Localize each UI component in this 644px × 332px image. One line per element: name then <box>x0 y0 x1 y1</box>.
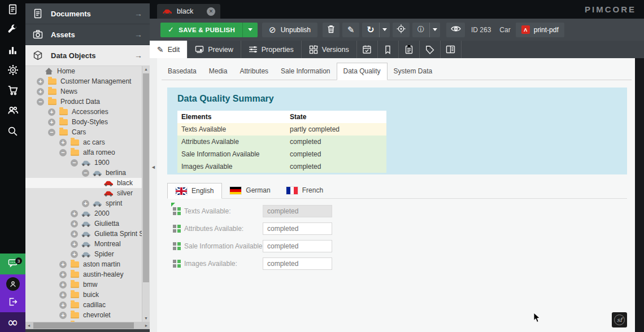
field-input[interactable]: completed <box>263 205 332 217</box>
tree-node[interactable]: aston martin <box>25 259 142 269</box>
notifications-button[interactable]: 3 <box>0 254 25 274</box>
scroll-left-arrow[interactable]: ◄ <box>25 324 32 327</box>
object-tab[interactable]: ✎ Versions <box>302 41 357 58</box>
data-subtab[interactable]: Media <box>203 63 234 80</box>
data-subtab[interactable]: Sale Information <box>275 63 336 80</box>
object-tab[interactable]: ✎ Properties <box>241 41 302 58</box>
tree-expander-icon[interactable] <box>71 210 78 217</box>
delete-button[interactable] <box>323 23 340 37</box>
info-dropdown-caret[interactable] <box>429 23 440 37</box>
object-icon-tab[interactable] <box>441 41 462 58</box>
tree-node[interactable]: buick <box>25 290 142 300</box>
tree-node[interactable]: austin-healey <box>25 269 142 279</box>
tree-node[interactable]: Gulietta Sprint Specia <box>25 229 142 239</box>
tree-expander-icon[interactable] <box>59 271 67 278</box>
tree-expander-icon[interactable] <box>37 78 44 85</box>
tree-node[interactable]: Customer Management <box>25 76 142 86</box>
ecommerce-rail-button[interactable] <box>0 81 25 102</box>
field-input[interactable]: completed <box>263 240 332 252</box>
reports-rail-button[interactable] <box>0 41 25 61</box>
tree-expander-icon[interactable] <box>48 108 55 116</box>
symfony-debug-badge[interactable]: sf <box>612 312 627 327</box>
tree-node[interactable]: 2000 <box>25 208 142 219</box>
tree-node[interactable]: cadillac <box>25 300 142 310</box>
unpublish-button[interactable]: ⊘ Unpublish <box>262 23 317 37</box>
tree-expander-icon[interactable] <box>48 129 55 136</box>
tree-node[interactable]: 1900 <box>25 158 142 168</box>
tree-node[interactable]: bmw <box>25 279 142 290</box>
scroll-right-arrow[interactable]: ► <box>143 324 150 327</box>
language-tab[interactable]: English <box>167 183 222 199</box>
accordion-section-header[interactable]: Data Objects → <box>25 45 150 66</box>
tools-rail-button[interactable] <box>0 20 25 41</box>
rename-button[interactable]: ✎ <box>342 23 359 37</box>
data-subtab[interactable]: Data Quality <box>337 63 388 80</box>
tree-node[interactable]: Spider <box>25 249 142 259</box>
tree-expander-icon[interactable] <box>59 261 67 268</box>
tree-node[interactable]: black <box>25 178 142 188</box>
object-icon-tab[interactable] <box>399 41 420 58</box>
tree-expander-icon[interactable] <box>59 149 67 156</box>
logout-button[interactable] <box>0 294 25 312</box>
scroll-up-arrow[interactable]: ▲ <box>142 66 150 73</box>
tree-expander-icon[interactable] <box>59 312 67 319</box>
tree-vertical-scrollbar[interactable]: ▲ ▼ <box>142 66 150 322</box>
tree-expander-icon[interactable] <box>71 159 78 167</box>
tree-node[interactable]: Product Data <box>25 97 142 107</box>
language-tab[interactable]: French <box>279 182 331 198</box>
accordion-section-header[interactable]: Documents → <box>25 3 150 24</box>
tree-node[interactable]: alfa romeo <box>25 147 142 158</box>
data-subtab[interactable]: System Data <box>388 63 439 80</box>
documents-rail-button[interactable] <box>0 0 25 20</box>
data-subtab[interactable]: Basedata <box>162 63 203 80</box>
search-rail-button[interactable] <box>0 122 25 142</box>
tree-expander-icon[interactable] <box>82 200 89 207</box>
open-tab-black[interactable]: black ✕ <box>157 4 220 19</box>
tree-node[interactable]: silver <box>25 188 142 198</box>
data-subtab[interactable]: Attributes <box>233 63 275 80</box>
object-icon-tab[interactable] <box>378 41 399 58</box>
object-icon-tab[interactable] <box>357 41 378 58</box>
tree-node[interactable]: Montreal <box>25 239 142 249</box>
info-button[interactable]: ⓘ <box>412 23 440 37</box>
scroll-down-arrow[interactable]: ▼ <box>142 315 150 322</box>
tree-expander-icon[interactable] <box>71 220 78 228</box>
field-input[interactable]: completed <box>263 257 332 270</box>
tree-node[interactable]: Accessories <box>25 107 142 117</box>
tree-expander-icon[interactable] <box>59 139 67 146</box>
tree-node[interactable]: sprint <box>25 198 142 208</box>
tree-expander-icon[interactable] <box>82 169 89 177</box>
tree-node[interactable]: Cars <box>25 127 142 137</box>
tree-horizontal-scrollbar[interactable]: ◄ ► <box>25 322 150 329</box>
reload-button[interactable]: ↻ <box>362 23 390 37</box>
locate-in-tree-button[interactable] <box>393 23 410 37</box>
tree-expander-icon[interactable] <box>59 302 67 309</box>
tree-node[interactable]: News <box>25 86 142 97</box>
tree-node[interactable]: Home <box>25 66 142 76</box>
tree-expander-icon[interactable] <box>71 230 78 238</box>
object-icon-tab[interactable] <box>420 41 441 58</box>
tree-expander-icon[interactable] <box>71 241 78 248</box>
object-tab[interactable]: ✎ Edit <box>150 41 188 58</box>
tree-expander-icon[interactable] <box>37 98 44 106</box>
tree-expander-icon[interactable] <box>37 88 44 95</box>
reload-dropdown-caret[interactable] <box>379 23 390 37</box>
horizontal-scroll-thumb[interactable] <box>33 322 134 329</box>
save-dropdown-caret[interactable] <box>242 23 258 37</box>
accordion-section-header[interactable]: Assets → <box>25 24 150 45</box>
tree-expander-icon[interactable] <box>71 251 78 258</box>
language-tab[interactable]: German <box>222 182 278 198</box>
panel-splitter[interactable]: ◄ <box>150 58 157 332</box>
close-tab-icon[interactable]: ✕ <box>207 7 215 16</box>
collapse-panel-arrow-icon[interactable]: ◄ <box>151 164 156 170</box>
tree-expander-icon[interactable] <box>59 281 67 289</box>
save-publish-button[interactable]: ✓SAVE & PUBLISH <box>160 23 258 37</box>
vertical-scroll-thumb[interactable] <box>143 73 149 282</box>
object-tab[interactable]: ✎ Preview <box>188 41 241 58</box>
users-rail-button[interactable] <box>0 102 25 122</box>
tree-node[interactable]: berlina <box>25 168 142 178</box>
settings-rail-button[interactable] <box>0 61 25 81</box>
open-preview-button[interactable] <box>446 23 465 37</box>
tree-expander-icon[interactable] <box>48 119 55 126</box>
print-pdf-button[interactable]: Λ print-pdf <box>516 23 564 37</box>
